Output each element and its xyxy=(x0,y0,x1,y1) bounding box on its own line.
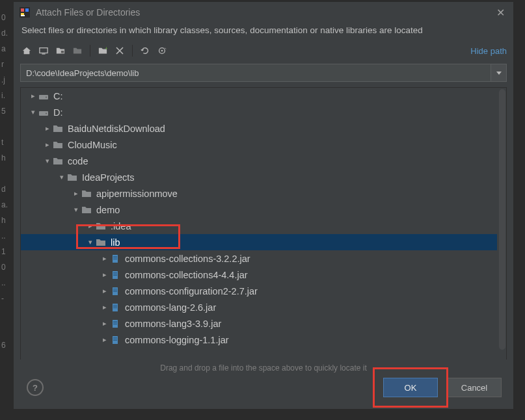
tree-row-label: commons-collections4-4.4.jar xyxy=(125,270,248,280)
tree-row[interactable]: CloudMusic xyxy=(21,137,497,153)
svg-rect-33 xyxy=(113,322,117,323)
tree-row[interactable]: commons-logging-1.1.jar xyxy=(21,332,497,348)
folder-icon xyxy=(66,172,78,183)
chevron-down-icon[interactable] xyxy=(57,173,66,181)
chevron-right-icon[interactable] xyxy=(100,254,109,263)
archive-icon xyxy=(109,302,121,313)
svg-point-10 xyxy=(161,50,163,52)
tree-row-label: .idea xyxy=(111,221,131,231)
tree-row-label: commons-lang3-3.9.jar xyxy=(125,319,221,329)
hide-path-link[interactable]: Hide path xyxy=(470,46,507,56)
tree-scrollbar[interactable] xyxy=(499,89,505,350)
tree-row[interactable]: commons-configuration2-2.7.jar xyxy=(21,283,497,299)
svg-rect-20 xyxy=(113,272,117,273)
home-icon[interactable] xyxy=(20,44,33,57)
project-folder-icon[interactable] xyxy=(54,44,67,57)
svg-rect-32 xyxy=(113,321,117,322)
tree-row-label: apipermissionmove xyxy=(96,189,178,199)
dialog-subtitle: Select files or directories in which lib… xyxy=(14,23,513,42)
button-row: ? OK Cancel xyxy=(14,378,513,409)
drag-drop-hint: Drag and drop a file into the space abov… xyxy=(14,360,513,378)
chevron-down-icon[interactable] xyxy=(29,108,38,116)
svg-rect-24 xyxy=(113,289,117,289)
tree-row[interactable]: lib xyxy=(21,234,497,250)
tree-row[interactable]: commons-lang-2.6.jar xyxy=(21,299,497,315)
module-folder-icon[interactable] xyxy=(71,44,84,57)
intellij-icon xyxy=(19,7,31,18)
dialog-title: Attach Files or Directories xyxy=(36,7,487,18)
path-row xyxy=(14,60,513,85)
tree-row[interactable]: demo xyxy=(21,202,497,218)
folder-icon xyxy=(95,221,107,231)
toolbar: + Hide path xyxy=(14,42,513,60)
chevron-right-icon[interactable] xyxy=(100,303,109,311)
folder-icon xyxy=(81,189,92,199)
chevron-down-icon[interactable] xyxy=(86,238,95,246)
delete-icon[interactable] xyxy=(113,44,126,57)
ok-button[interactable]: OK xyxy=(383,378,438,397)
tree-row[interactable]: D: xyxy=(21,104,497,120)
file-tree[interactable]: C:D:BaiduNetdiskDownloadCloudMusiccodeId… xyxy=(21,88,497,360)
attach-files-dialog: Attach Files or Directories ✕ Select fil… xyxy=(13,1,514,410)
folder-icon xyxy=(95,237,107,248)
refresh-icon[interactable] xyxy=(139,44,152,57)
svg-text:+: + xyxy=(105,46,108,51)
svg-rect-2 xyxy=(25,8,29,12)
svg-rect-30 xyxy=(113,308,117,308)
tree-row[interactable]: code xyxy=(21,153,497,169)
show-hidden-icon[interactable] xyxy=(155,44,168,57)
toolbar-separator xyxy=(90,45,90,57)
tree-row[interactable]: commons-lang3-3.9.jar xyxy=(21,315,497,332)
folder-icon xyxy=(52,140,64,150)
archive-icon xyxy=(109,319,121,329)
tree-row-label: D: xyxy=(53,107,63,118)
chevron-right-icon[interactable] xyxy=(100,270,109,279)
svg-rect-34 xyxy=(113,324,117,324)
help-button[interactable]: ? xyxy=(27,379,44,396)
tree-row[interactable]: .idea xyxy=(21,218,497,234)
chevron-right-icon[interactable] xyxy=(29,92,38,100)
path-history-dropdown[interactable] xyxy=(491,64,507,82)
chevron-right-icon[interactable] xyxy=(100,319,109,328)
chevron-right-icon[interactable] xyxy=(43,124,52,133)
svg-rect-28 xyxy=(113,305,117,306)
tree-row[interactable]: apipermissionmove xyxy=(21,185,497,202)
new-folder-icon[interactable]: + xyxy=(96,44,109,57)
tree-row-label: commons-configuration2-2.7.jar xyxy=(125,286,258,296)
tree-row-label: CloudMusic xyxy=(68,140,117,150)
tree-row[interactable]: BaiduNetdiskDownload xyxy=(21,120,497,137)
svg-rect-17 xyxy=(113,257,117,258)
archive-icon xyxy=(109,335,121,345)
archive-icon xyxy=(109,270,121,280)
toolbar-separator xyxy=(132,45,133,57)
svg-point-12 xyxy=(46,96,47,98)
chevron-right-icon[interactable] xyxy=(86,222,95,230)
tree-row[interactable]: IdeaProjects xyxy=(21,169,497,185)
tree-row-label: demo xyxy=(96,205,120,215)
close-icon[interactable]: ✕ xyxy=(492,7,508,19)
chevron-right-icon[interactable] xyxy=(100,335,109,344)
chevron-right-icon[interactable] xyxy=(43,140,52,149)
tree-row-label: commons-collections-3.2.2.jar xyxy=(125,254,250,264)
chevron-right-icon[interactable] xyxy=(100,287,109,295)
tree-row[interactable]: C: xyxy=(21,88,497,104)
chevron-down-icon[interactable] xyxy=(72,205,81,214)
drive-icon xyxy=(38,91,49,101)
svg-rect-36 xyxy=(113,337,117,338)
chevron-right-icon[interactable] xyxy=(72,189,81,198)
folder-icon xyxy=(52,156,64,166)
path-input[interactable] xyxy=(20,64,491,82)
svg-rect-4 xyxy=(21,15,25,16)
svg-rect-22 xyxy=(113,275,117,276)
tree-row-label: commons-logging-1.1.jar xyxy=(125,335,229,345)
svg-rect-1 xyxy=(21,8,24,12)
tree-row-label: commons-lang-2.6.jar xyxy=(125,302,216,313)
archive-icon xyxy=(109,286,121,296)
cancel-button[interactable]: Cancel xyxy=(447,378,502,397)
tree-row[interactable]: commons-collections4-4.4.jar xyxy=(21,267,497,283)
svg-point-14 xyxy=(46,112,47,114)
tree-row[interactable]: commons-collections-3.2.2.jar xyxy=(21,250,497,267)
desktop-icon[interactable] xyxy=(37,44,50,57)
chevron-down-icon[interactable] xyxy=(43,157,52,165)
svg-rect-21 xyxy=(113,274,117,274)
